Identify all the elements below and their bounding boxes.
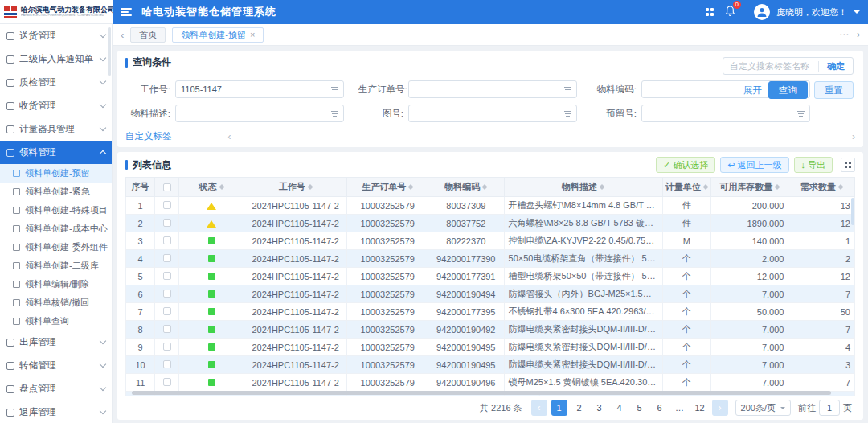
sidebar-item[interactable]: 二级库入库通知单 [0, 47, 112, 71]
sort-icon[interactable] [703, 182, 708, 192]
table-row[interactable]: 72024HPC1105-1147-2100032525799420001773… [126, 303, 855, 321]
sidebar-subitem[interactable]: 领料单创建-成本中心 [0, 220, 112, 238]
row-checkbox[interactable] [163, 236, 171, 244]
row-checkbox[interactable] [163, 290, 171, 298]
page-number[interactable]: 2 [571, 400, 588, 416]
horizontal-scrollbar[interactable] [132, 391, 831, 395]
expand-link[interactable]: 展开 [743, 84, 762, 97]
sidebar-item[interactable]: 收货管理 [0, 94, 112, 117]
table-row[interactable]: 32024HPC1105-1147-21000325257980222370控制… [126, 232, 855, 250]
sidebar-subitem[interactable]: 领料单创建-二级库 [0, 257, 112, 275]
column-header[interactable] [155, 178, 179, 197]
sort-icon[interactable] [219, 182, 224, 192]
sort-icon[interactable] [838, 182, 843, 192]
page-number[interactable]: 1 [551, 400, 567, 416]
row-checkbox[interactable] [163, 307, 171, 315]
column-header[interactable]: 状态 [179, 178, 244, 197]
collapse-menu-icon[interactable] [121, 8, 132, 16]
table-row[interactable]: 112024HPC1105-1147-210003252579942000190… [126, 374, 855, 392]
table-row[interactable]: 62024HPC1105-1147-2100032525799420001904… [126, 285, 855, 303]
tab-more-icon[interactable]: ⋯ [839, 29, 849, 40]
filter-icon[interactable] [562, 111, 576, 117]
tab-item[interactable]: 领料单创建-预留× [172, 27, 264, 43]
query-input[interactable] [176, 109, 329, 118]
filter-icon[interactable] [329, 87, 343, 92]
reset-button[interactable]: 重置 [814, 81, 854, 99]
fullscreen-icon[interactable] [706, 8, 714, 16]
table-row[interactable]: 42024HPC1105-1147-2100032525799420001773… [126, 250, 855, 268]
column-settings-icon[interactable] [841, 158, 855, 172]
column-header[interactable]: 物料描述 [504, 178, 662, 197]
page-number[interactable]: 12 [692, 400, 708, 416]
query-input[interactable] [409, 109, 562, 118]
column-header[interactable]: 计量单位 [662, 178, 710, 197]
sidebar-subitem[interactable]: 领料单创建-委外组件 [0, 238, 112, 257]
row-checkbox[interactable] [163, 343, 171, 351]
sidebar-item[interactable]: 计量器具管理 [0, 117, 112, 141]
tab-forward-icon[interactable]: › [857, 29, 860, 40]
page-number[interactable]: 3 [592, 400, 608, 416]
notification-bell-icon[interactable]: 0 [725, 6, 735, 19]
sidebar-subitem[interactable]: 领料单查询 [0, 312, 112, 331]
export-button[interactable]: ↓导出 [794, 157, 833, 173]
sidebar-item[interactable]: 领料管理 [0, 141, 112, 164]
sort-icon[interactable] [600, 182, 604, 192]
sidebar-item[interactable]: 退库管理 [0, 400, 112, 423]
query-input[interactable] [176, 84, 329, 94]
sidebar-subitem[interactable]: 领料单创建-预留 [0, 164, 112, 183]
back-level-button[interactable]: ↩返回上一级 [720, 157, 788, 173]
page-number[interactable]: 5 [632, 400, 648, 416]
table-row[interactable]: 102024HPC1105-1147-210003252579942000190… [126, 356, 855, 374]
page-ellipsis[interactable]: … [672, 400, 688, 416]
sidebar-subitem[interactable]: 领料单核销/撤回 [0, 294, 112, 312]
filter-icon[interactable] [795, 111, 809, 117]
sidebar-item[interactable]: 质检管理 [0, 71, 112, 94]
query-input[interactable] [642, 109, 795, 118]
tab-back-icon[interactable]: ‹ [121, 29, 124, 41]
search-button[interactable]: 查询 [768, 81, 808, 99]
row-checkbox[interactable] [163, 325, 171, 333]
page-number[interactable]: 4 [612, 400, 628, 416]
row-checkbox[interactable] [163, 272, 171, 280]
tab-item[interactable]: 首页 [130, 27, 166, 43]
next-page-button[interactable]: › [712, 400, 728, 416]
goto-page-input[interactable] [819, 400, 840, 416]
sidebar-item[interactable]: 送货管理 [0, 24, 112, 47]
prev-page-button[interactable]: ‹ [531, 400, 547, 416]
custom-tag-link[interactable]: 自定义标签 [125, 130, 172, 142]
column-header[interactable]: 生产订单号 [347, 178, 428, 197]
row-checkbox[interactable] [163, 360, 171, 368]
sort-icon[interactable] [775, 182, 780, 192]
tab-close-icon[interactable]: × [250, 30, 255, 39]
column-header[interactable]: 物料编码 [428, 178, 505, 197]
sort-icon[interactable] [408, 182, 413, 192]
sidebar-item[interactable]: 转储管理 [0, 354, 112, 377]
tag-search-input[interactable] [723, 61, 818, 71]
table-row[interactable]: 92024HPC1105-1147-2100032525799420001904… [126, 339, 855, 356]
tag-confirm-button[interactable]: 确定 [819, 60, 853, 72]
sidebar-subitem[interactable]: 领料单创建-紧急 [0, 183, 112, 201]
filter-icon[interactable] [329, 111, 343, 117]
select-all-checkbox[interactable] [163, 183, 171, 191]
sort-icon[interactable] [482, 182, 487, 192]
row-checkbox[interactable] [163, 254, 171, 262]
row-checkbox[interactable] [163, 201, 171, 209]
table-row[interactable]: 82024HPC1105-1147-2100032525799420001904… [126, 321, 855, 339]
column-header[interactable]: 序号 [126, 178, 155, 197]
filter-icon[interactable] [562, 87, 576, 92]
row-checkbox[interactable] [163, 378, 171, 386]
sidebar-item[interactable]: 出库管理 [0, 331, 112, 354]
tag-scroll-right-icon[interactable]: › [852, 131, 855, 142]
sidebar-subitem[interactable]: 领料单编辑/删除 [0, 275, 112, 294]
row-checkbox[interactable] [163, 396, 171, 396]
page-number[interactable]: 6 [652, 400, 668, 416]
confirm-select-button[interactable]: ✓确认选择 [656, 157, 715, 173]
query-input[interactable] [409, 84, 562, 94]
sidebar-item[interactable]: 盘点管理 [0, 377, 112, 400]
user-avatar[interactable] [754, 4, 770, 20]
sidebar-subitem[interactable]: 领料单创建-特殊项目 [0, 201, 112, 220]
table-row[interactable]: 52024HPC1105-1147-2100032525799420001773… [126, 268, 855, 285]
user-menu-caret-icon[interactable] [854, 10, 860, 17]
table-row[interactable]: 22024HPC1105-1147-21000325257980037752六角… [126, 215, 855, 232]
column-header[interactable]: 工作号 [244, 178, 347, 197]
